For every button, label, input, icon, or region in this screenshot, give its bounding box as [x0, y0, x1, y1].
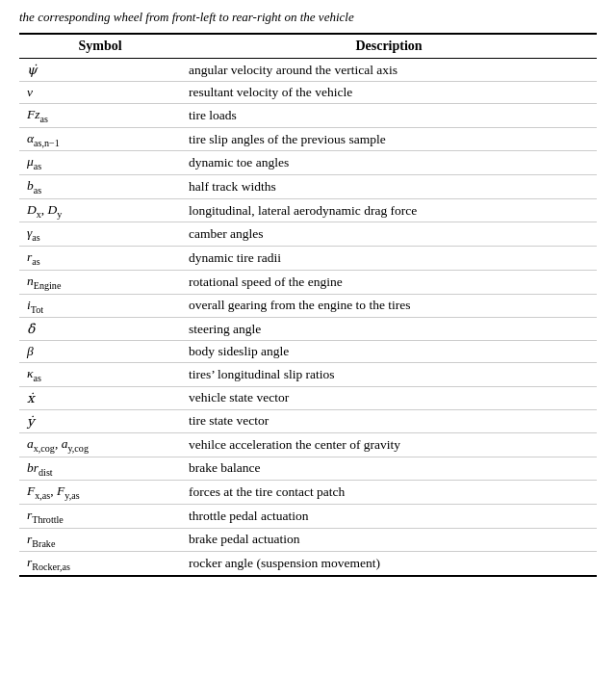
description-cell: camber angles	[181, 222, 597, 247]
description-cell: steering angle	[181, 318, 597, 341]
symbol-cell: ras	[19, 247, 181, 271]
table-row: rRocker,asrocker angle (suspension movem…	[19, 552, 597, 576]
description-cell: body sideslip angle	[181, 341, 597, 363]
description-cell: rotational speed of the engine	[181, 270, 597, 294]
symbols-table: Symbol Description ψ̇angular velocity ar…	[19, 33, 597, 577]
symbol-cell: Fzas	[19, 104, 181, 128]
table-row: γascamber angles	[19, 222, 597, 247]
description-cell: brake pedal actuation	[181, 528, 597, 552]
table-row: αas,n−1tire slip angles of the previous …	[19, 127, 597, 151]
table-row: ẏtire state vector	[19, 409, 597, 432]
col-header-description: Description	[181, 34, 597, 59]
description-cell: overall gearing from the engine to the t…	[181, 294, 597, 318]
description-cell: dynamic tire radii	[181, 247, 597, 271]
description-cell: half track widths	[181, 175, 597, 199]
symbol-cell: ẋ	[19, 386, 181, 409]
table-row: rThrottlethrottle pedal actuation	[19, 504, 597, 528]
description-cell: forces at the tire contact patch	[181, 481, 597, 505]
symbol-cell: κas	[19, 363, 181, 387]
table-row: brdistbrake balance	[19, 457, 597, 481]
description-cell: tire state vector	[181, 409, 597, 432]
symbol-cell: brdist	[19, 457, 181, 481]
table-row: κastires’ longitudinal slip ratios	[19, 363, 597, 387]
table-row: ẋvehicle state vector	[19, 386, 597, 409]
table-row: Fzastire loads	[19, 104, 597, 128]
table-row: δ̇steering angle	[19, 318, 597, 341]
symbol-cell: v	[19, 82, 181, 104]
table-row: rBrakebrake pedal actuation	[19, 528, 597, 552]
table-row: Dx, Dylongitudinal, lateral aerodynamic …	[19, 198, 597, 222]
symbol-cell: iTot	[19, 294, 181, 318]
description-cell: vehilce acceleration the center of gravi…	[181, 432, 597, 457]
table-row: bashalf track widths	[19, 175, 597, 199]
table-row: rasdynamic tire radii	[19, 247, 597, 271]
description-cell: tires’ longitudinal slip ratios	[181, 363, 597, 387]
symbol-cell: ẏ	[19, 409, 181, 432]
description-cell: rocker angle (suspension movement)	[181, 552, 597, 576]
symbol-cell: Fx,as, Fy,as	[19, 481, 181, 505]
table-row: μasdynamic toe angles	[19, 151, 597, 175]
description-cell: dynamic toe angles	[181, 151, 597, 175]
description-cell: throttle pedal actuation	[181, 504, 597, 528]
col-header-symbol: Symbol	[19, 34, 181, 59]
table-row: vresultant velocity of the vehicle	[19, 82, 597, 104]
symbol-cell: rRocker,as	[19, 552, 181, 576]
symbol-cell: ψ̇	[19, 59, 181, 82]
description-cell: tire slip angles of the previous sample	[181, 127, 597, 151]
description-cell: tire loads	[181, 104, 597, 128]
description-cell: vehicle state vector	[181, 386, 597, 409]
symbol-cell: β	[19, 341, 181, 363]
header-text: the corresponding wheel from front-left …	[19, 10, 597, 25]
symbol-cell: γas	[19, 222, 181, 247]
description-cell: resultant velocity of the vehicle	[181, 82, 597, 104]
table-row: iTotoverall gearing from the engine to t…	[19, 294, 597, 318]
table-row: ψ̇angular velocity around the vertical a…	[19, 59, 597, 82]
symbol-cell: ax,cog, ay,cog	[19, 432, 181, 457]
table-row: Fx,as, Fy,asforces at the tire contact p…	[19, 481, 597, 505]
description-cell: brake balance	[181, 457, 597, 481]
symbol-cell: rBrake	[19, 528, 181, 552]
symbol-cell: rThrottle	[19, 504, 181, 528]
symbol-cell: δ̇	[19, 318, 181, 341]
symbol-cell: nEngine	[19, 270, 181, 294]
symbol-cell: Dx, Dy	[19, 198, 181, 222]
description-cell: angular velocity around the vertical axi…	[181, 59, 597, 82]
table-row: nEnginerotational speed of the engine	[19, 270, 597, 294]
symbol-cell: bas	[19, 175, 181, 199]
symbol-cell: αas,n−1	[19, 127, 181, 151]
symbol-cell: μas	[19, 151, 181, 175]
description-cell: longitudinal, lateral aerodynamic drag f…	[181, 198, 597, 222]
table-row: βbody sideslip angle	[19, 341, 597, 363]
table-row: ax,cog, ay,cogvehilce acceleration the c…	[19, 432, 597, 457]
